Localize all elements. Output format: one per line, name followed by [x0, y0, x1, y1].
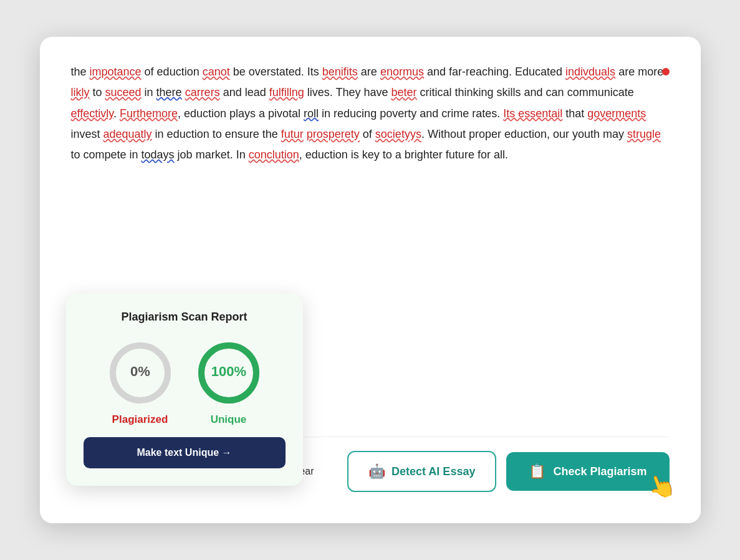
detect-ai-label: Detect AI Essay: [392, 465, 475, 478]
text-19: of: [360, 128, 375, 140]
text-6: to: [90, 86, 105, 99]
svg-text:100%: 100%: [211, 364, 246, 379]
make-text-unique-button[interactable]: Make text Unique →: [84, 437, 286, 468]
text-20: . Without proper eduction, our youth may: [421, 128, 627, 140]
misspelled-enormus: enormus: [380, 65, 424, 78]
unique-ring: 100%: [195, 339, 263, 407]
plagiarism-report-card: Plagiarism Scan Report 0% Plagiarized 10…: [66, 293, 303, 486]
misspelled-futur: futur: [281, 128, 304, 140]
text-15: that: [562, 107, 587, 120]
misspelled-conclution: conclution: [249, 148, 299, 161]
misspelled-impotance: impotance: [90, 65, 142, 78]
unique-circle-wrap: 100% Unique: [195, 339, 263, 426]
text-3: are: [358, 65, 380, 78]
text-2: be overstated. Its: [230, 65, 322, 78]
text-4: and far-reaching. Educated: [424, 65, 565, 78]
misspelled-canot: canot: [203, 65, 230, 78]
text-21: to compete in: [71, 148, 142, 161]
text-14: in reducing poverty and crime rates.: [319, 107, 503, 120]
misspelled-todays: todays: [142, 148, 175, 161]
circles-row: 0% Plagiarized 100% Unique: [84, 339, 286, 426]
misspelled-indivduals: indivduals: [565, 65, 615, 78]
misspelled-strugle: strugle: [627, 128, 661, 140]
misspelled-societyys: societyys: [375, 128, 421, 140]
misspelled-adequatly: adequatly: [103, 128, 152, 140]
misspelled-prosperety: prosperety: [307, 128, 360, 140]
misspelled-essentail: Its essentail: [503, 107, 562, 120]
text-10: lives. They have: [304, 86, 392, 99]
text-1: of eduction: [142, 65, 203, 78]
text-23: , eduction is key to a brighter future f…: [299, 148, 508, 161]
misspelled-goverments: goverments: [587, 107, 646, 120]
misspelled-furthemore: Furthemore: [120, 107, 178, 120]
misspelled-likly: likly: [71, 86, 90, 99]
text-7: in: [142, 86, 156, 99]
misspelled-suceed: suceed: [105, 86, 142, 99]
plagiarized-label: Plagiarized: [112, 413, 168, 426]
cursor-hand: 👆: [644, 470, 680, 504]
check-plagiarism-button[interactable]: 📋 Check Plagiarism 👆: [506, 452, 669, 491]
text-11: critical thinking skills and can communi…: [417, 86, 634, 99]
misspelled-benifits: benifits: [322, 65, 358, 78]
text-22: job market. In: [175, 148, 249, 161]
text-13: , eduction plays a pivotal: [178, 107, 304, 120]
unique-label: Unique: [211, 413, 247, 426]
check-plagiarism-label: Check Plagiarism: [553, 465, 646, 478]
text-17: in eduction to ensure the: [152, 128, 281, 140]
detect-ai-button[interactable]: 🤖 Detect AI Essay: [347, 451, 496, 492]
misspelled-roll: roll: [304, 107, 319, 120]
text-16: invest: [71, 128, 103, 140]
svg-text:0%: 0%: [130, 364, 150, 379]
misspelled-fulfillng: fulfillng: [269, 86, 304, 99]
report-title: Plagiarism Scan Report: [84, 311, 286, 324]
misspelled-beter: beter: [392, 86, 417, 99]
bottom-action-buttons: 🤖 Detect AI Essay 📋 Check Plagiarism 👆: [347, 451, 669, 492]
misspelled-there: there: [156, 86, 182, 99]
ai-icon: 🤖: [368, 463, 385, 480]
plagiarized-ring: 0%: [106, 339, 175, 407]
misspelled-carrers: carrers: [185, 86, 220, 99]
text-9: and lead: [220, 86, 269, 99]
text-5: are more: [615, 65, 663, 78]
plagiarism-icon: 📋: [529, 463, 545, 480]
main-card: the impotance of eduction canot be overs…: [40, 37, 701, 523]
word-the: the: [71, 65, 90, 78]
plagiarized-circle-wrap: 0% Plagiarized: [106, 339, 175, 426]
red-dot-indicator: [662, 68, 670, 75]
misspelled-effectivly: effectivly: [71, 107, 113, 120]
text-12: .: [113, 107, 120, 120]
